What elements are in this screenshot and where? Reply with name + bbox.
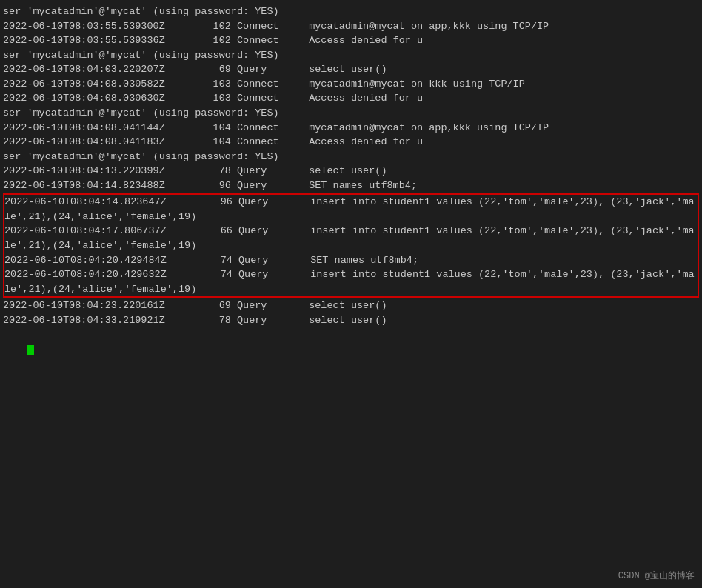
footer-text: CSDN @宝山的博客 — [618, 571, 695, 581]
log-line-10: 2022-06-10T08:04:08.041183Z 104 Connect … — [3, 135, 699, 150]
log-line-19: 2022-06-10T08:04:33.219921Z 78 Query sel… — [3, 313, 699, 328]
log-line-3: 2022-06-10T08:03:55.539336Z 102 Connect … — [3, 33, 699, 48]
log-line-1: ser 'mycatadmin'@'mycat' (using password… — [3, 4, 699, 19]
cursor-line — [3, 329, 699, 372]
terminal-window: ser 'mycatadmin'@'mycat' (using password… — [0, 0, 702, 588]
log-line-5: 2022-06-10T08:04:03.220207Z 69 Query sel… — [3, 62, 699, 77]
log-line-18: 2022-06-10T08:04:23.220161Z 69 Query sel… — [3, 298, 699, 313]
log-line-7: 2022-06-10T08:04:08.030630Z 103 Connect … — [3, 91, 699, 106]
log-line-8: ser 'mycatadmin'@'mycat' (using password… — [3, 106, 699, 121]
log-line-17: 2022-06-10T08:04:20.429632Z 74 Query ins… — [4, 267, 698, 296]
footer-attribution: CSDN @宝山的博客 — [618, 569, 695, 582]
log-line-13: 2022-06-10T08:04:14.823488Z 96 Query SET… — [3, 178, 699, 193]
log-line-11: ser 'mycatadmin'@'mycat' (using password… — [3, 150, 699, 164]
log-line-6: 2022-06-10T08:04:08.030582Z 103 Connect … — [3, 77, 699, 92]
log-line-16: 2022-06-10T08:04:20.429484Z 74 Query SET… — [4, 253, 698, 268]
highlighted-section: 2022-06-10T08:04:14.823647Z 96 Query ins… — [3, 193, 699, 298]
log-line-9: 2022-06-10T08:04:08.041144Z 104 Connect … — [3, 121, 699, 136]
log-line-14: 2022-06-10T08:04:14.823647Z 96 Query ins… — [4, 195, 698, 224]
log-line-15: 2022-06-10T08:04:17.806737Z 66 Query ins… — [4, 224, 698, 253]
log-line-2: 2022-06-10T08:03:55.539300Z 102 Connect … — [3, 19, 699, 34]
cursor-block — [27, 345, 34, 355]
log-line-12: 2022-06-10T08:04:13.220399Z 78 Query sel… — [3, 164, 699, 178]
log-line-4: ser 'mycatadmin'@'mycat' (using password… — [3, 48, 699, 63]
